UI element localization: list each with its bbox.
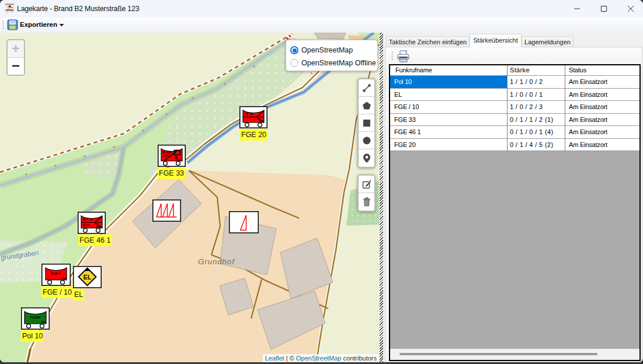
svg-text:Fw: Fw — [62, 277, 66, 280]
svg-text:DLA(K): DLA(K) — [162, 150, 173, 154]
svg-text:Fw: Fw — [178, 159, 182, 162]
svg-text:Grundhof: Grundhof — [198, 257, 235, 266]
svg-text:HLF 10: HLF 10 — [83, 218, 93, 221]
svg-text:Fw: Fw — [96, 225, 100, 228]
svg-text:ELW 1: ELW 1 — [51, 272, 61, 275]
svg-text:EL: EL — [84, 274, 92, 281]
svg-text:LF 20: LF 20 — [245, 112, 253, 116]
svg-text:FuStW: FuStW — [30, 316, 41, 319]
svg-text:31/34: 31/34 — [83, 224, 90, 227]
svg-text:Fw: Fw — [259, 120, 263, 123]
svg-text:23/12: 23/12 — [162, 154, 170, 158]
svg-text:Pol: Pol — [41, 321, 46, 324]
